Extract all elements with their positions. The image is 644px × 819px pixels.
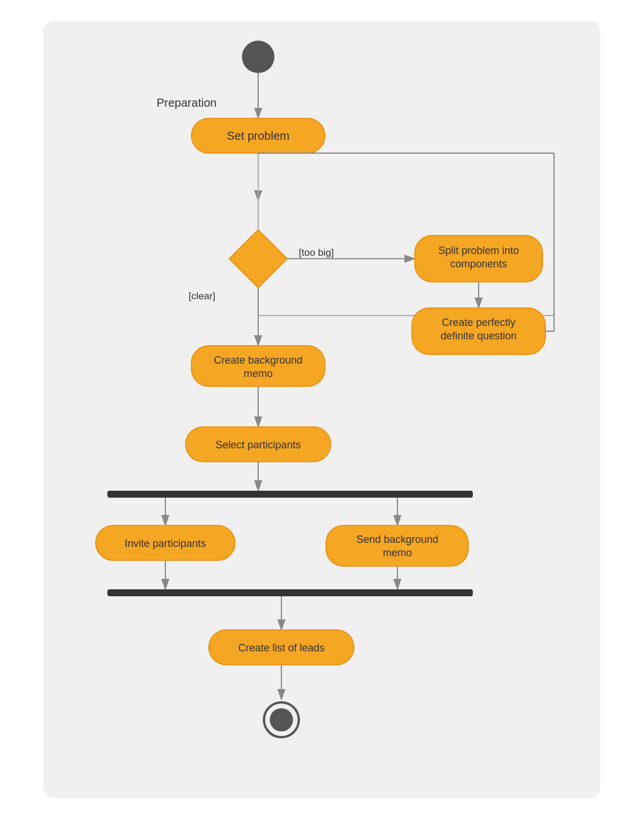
decision-diamond bbox=[229, 230, 287, 288]
start-node bbox=[242, 41, 274, 73]
loop-border bbox=[258, 153, 554, 316]
split-problem-label-2: components bbox=[450, 258, 507, 270]
create-background-label-2: memo bbox=[244, 368, 273, 379]
send-background-label-1: Send background bbox=[356, 534, 438, 545]
send-background-label-2: memo bbox=[383, 547, 412, 559]
too-big-label: [too big] bbox=[299, 247, 334, 258]
fork-bar-top bbox=[107, 491, 473, 498]
set-problem-label: Set problem bbox=[227, 129, 290, 142]
join-bar-bottom bbox=[107, 589, 473, 596]
clear-label: [clear] bbox=[189, 291, 215, 302]
create-background-node bbox=[191, 346, 325, 386]
diagram-container: Preparation Set problem [too big] [clear… bbox=[44, 21, 600, 798]
create-definite-label-1: Create perfectly bbox=[442, 317, 515, 328]
create-definite-label-2: definite question bbox=[440, 330, 516, 342]
end-node-inner bbox=[270, 708, 293, 731]
invite-participants-label: Invite participants bbox=[125, 538, 206, 549]
preparation-label: Preparation bbox=[157, 96, 216, 109]
send-background-node bbox=[326, 526, 468, 566]
split-problem-label-1: Split problem into bbox=[438, 245, 519, 256]
select-participants-label: Select participants bbox=[215, 439, 301, 451]
create-background-label-1: Create background bbox=[214, 354, 302, 366]
create-list-label: Create list of leads bbox=[238, 642, 324, 654]
